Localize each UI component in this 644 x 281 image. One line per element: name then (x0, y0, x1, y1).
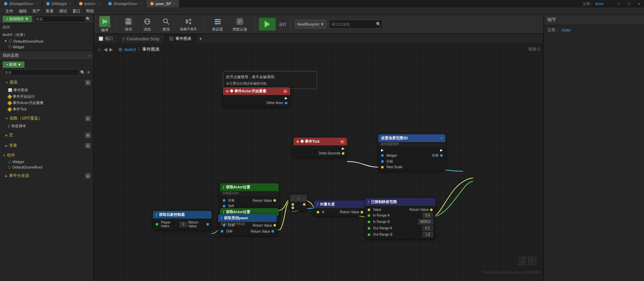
default-scene-root-item[interactable]: ▼ ⬡ DefaultSceneRoot (0, 38, 93, 44)
toolbar-sep-2 (204, 17, 205, 31)
bp-eye-icon[interactable]: 👁 (87, 70, 91, 75)
component-search-input[interactable] (34, 16, 85, 22)
tab-3dwidgetsize-2[interactable]: 3DwidgetSize+ × (104, 0, 147, 7)
construct-script-item[interactable]: ƒ 构造脚本 (0, 123, 93, 129)
event-tick-item[interactable]: 事件Tick (0, 106, 93, 112)
maximize-button[interactable]: □ (624, 0, 634, 7)
node-subtract[interactable]: - (290, 195, 307, 210)
save-icon (124, 17, 133, 26)
tab-3dwidgetsize-1[interactable]: 3DwidgetSize+ × (0, 0, 42, 7)
widget-item[interactable]: ⬡ Widget (0, 44, 93, 50)
class-settings-label: 类设置 (212, 27, 223, 32)
player-index-input[interactable] (180, 222, 187, 227)
tab-pawn-bp[interactable]: pawn_BP × (146, 0, 179, 7)
node-get-pawn[interactable]: ƒ 获取受控pawn 目标是玩家控制器 目标 Return Value (218, 214, 277, 236)
run-button[interactable] (259, 18, 276, 31)
menu-view[interactable]: 查看 (43, 7, 56, 15)
node-get-location-1[interactable]: ƒ 获取Actor位置 目标是Actor 目标 Return Value Sel… (220, 183, 279, 210)
my-blueprints-close[interactable]: × (89, 54, 91, 58)
breadcrumb-forward-icon[interactable]: ▶ (109, 47, 113, 52)
find-label: 查找 (162, 27, 170, 32)
blueprint-dropdown[interactable]: NewBlueprint ▼ (295, 20, 326, 29)
default-scene-root-tree-item[interactable]: ⬡ DefaultSceneRoot (0, 165, 93, 170)
breadcrumb-star-icon[interactable]: ☆ (97, 47, 102, 52)
event-dispatcher-add-button[interactable]: + (85, 173, 91, 179)
parent-value[interactable]: Actor (595, 2, 604, 6)
macros-header[interactable]: ▶ 宏 (3, 131, 16, 139)
map-range-in-b-input[interactable] (418, 219, 433, 224)
node-event-tick[interactable]: ◆ ◆ 事件Tick ● Delta Seconds (293, 138, 347, 157)
tab-event-graph[interactable]: ⬛ 事件图表 (164, 34, 197, 44)
tab-viewport[interactable]: ⬜ 视口 (94, 34, 118, 44)
variables-header[interactable]: ▶ 变量 (3, 142, 20, 149)
blueprint-canvas[interactable]: ☆ ◀ ▶ ⊞ textUI > 事件图表 缩放-2 此节点被禁用，将不会被调用… (94, 44, 543, 281)
hide-button[interactable]: 隐藏不相关 (177, 15, 200, 33)
event-actor-overlap-item[interactable]: 事件Actor开始重叠 (0, 100, 93, 106)
warning-body: 从引擎沿出调试来编辑功能。 (226, 81, 314, 86)
map-range-fn-icon: ƒ (368, 200, 370, 204)
map-range-out-b-input[interactable] (423, 232, 433, 237)
macros-add-button[interactable]: + (85, 133, 91, 138)
tab-3dwidget[interactable]: 3dWidget × (42, 0, 75, 7)
actor-value[interactable]: Actor (561, 28, 571, 33)
debug-filter-input[interactable] (329, 20, 383, 29)
tab-close-5[interactable]: × (173, 2, 175, 5)
event-begin-run-item[interactable]: 事件开始运行 (0, 93, 93, 100)
compile-button[interactable]: ✓ 编译 (97, 15, 112, 34)
class-default-icon (235, 17, 245, 26)
map-range-in-a-input[interactable] (423, 213, 433, 218)
browse-button[interactable]: 浏览 (139, 15, 155, 33)
variables-add-button[interactable]: + (85, 143, 91, 148)
self-item[interactable]: textUI（自身） (0, 31, 93, 38)
breadcrumb-current-page: 事件图表 (142, 46, 160, 52)
event-dispatcher-header[interactable]: ▶ 事件分发器 (3, 172, 32, 180)
graph-header[interactable]: ▼ 图表 (3, 79, 20, 86)
tab-construction-script[interactable]: ƒ Construction Scrip (118, 34, 164, 44)
menu-edit[interactable]: 编辑 (16, 7, 30, 15)
menu-debug[interactable]: 调试 (56, 7, 70, 15)
functions-header[interactable]: ▼ 函数（18可覆盖） (3, 114, 45, 122)
event-actor-overlap-label: 事件Actor开始重叠 (13, 100, 44, 105)
breadcrumb-app[interactable]: textUI (124, 47, 136, 52)
tab-dropdown-arrow[interactable]: ▼ (197, 34, 205, 44)
breadcrumb-back-icon[interactable]: ◀ (104, 47, 107, 52)
menu-assets[interactable]: 资产 (30, 7, 43, 15)
graph-add-button[interactable]: + (85, 80, 91, 85)
bp-search-icon[interactable]: 🔍 (80, 70, 85, 75)
class-default-button[interactable]: 类默认值 (229, 15, 251, 33)
get-pawn-body: 目标 Return Value (218, 227, 277, 236)
menu-help[interactable]: 帮助 (83, 7, 97, 15)
event-graph-item[interactable]: 📊 事件图表 (0, 87, 93, 93)
node-set-scale[interactable]: 设置场景范围3D × 组件场景组件 Widget 目标 (378, 134, 445, 171)
map-range-in-b-pin (368, 221, 370, 223)
svg-point-8 (163, 19, 167, 23)
menu-file[interactable]: 文件 (3, 7, 16, 15)
find-button[interactable]: 查找 (158, 15, 174, 33)
menu-window[interactable]: 窗口 (70, 7, 83, 15)
save-button[interactable]: 保存 (120, 15, 137, 33)
add-component-button[interactable]: + 添加组件 ▼ (3, 16, 32, 22)
node-begin-overlap[interactable]: ◆ ◆ 事件Actor开始重叠 ● Other Actor (223, 87, 290, 107)
node-get-player-ctrl[interactable]: ƒ 获取玩家控制器 Player Index Return Value (153, 211, 212, 230)
map-range-out-a-input[interactable] (423, 226, 433, 231)
node-map-range[interactable]: ƒ 已限制映射范围 Value Return Value In Range A (365, 198, 435, 239)
node-vector-length[interactable]: ƒ 向量长度 A Return Value (314, 200, 366, 216)
tab-textui[interactable]: textUI+ × (75, 0, 104, 7)
minimize-button[interactable]: ─ (614, 0, 624, 7)
browse-svg (143, 17, 151, 26)
tab-close-4[interactable]: × (140, 2, 142, 5)
widget-label: Widget (13, 45, 24, 49)
set-scale-close-icon[interactable]: × (441, 136, 443, 140)
get-player-ctrl-fn-icon: ƒ (156, 213, 158, 217)
class-settings-button[interactable]: 类设置 (209, 15, 226, 33)
widget-tree-item[interactable]: ⬡ Widget (0, 159, 93, 165)
functions-add-button[interactable]: + (85, 116, 91, 121)
tab-close-3[interactable]: × (98, 2, 100, 5)
close-button[interactable]: × (634, 0, 644, 7)
bp-search-input[interactable] (3, 69, 79, 76)
new-add-button[interactable]: + 新增 ▼ (3, 61, 24, 68)
tab-close-2[interactable]: × (69, 2, 71, 5)
tab-close-1[interactable]: × (36, 2, 38, 5)
components-tree-header[interactable]: ▼ 组件 (0, 151, 93, 159)
get-loc1-self-row: Self (220, 203, 279, 208)
